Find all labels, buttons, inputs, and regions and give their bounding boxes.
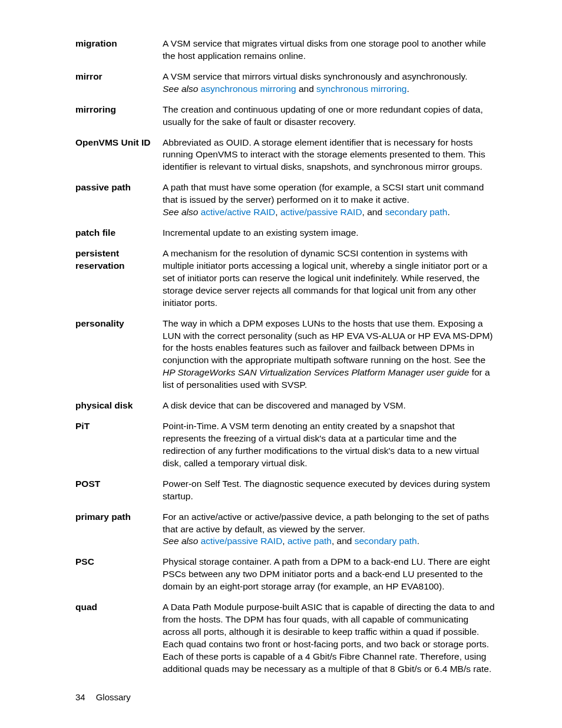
term-post: POST xyxy=(75,478,163,503)
entry-physical-disk: physical disk A disk device that can be … xyxy=(75,400,497,412)
glossary-page: migration A VSM service that migrates vi… xyxy=(0,0,562,728)
link-secondary-path[interactable]: secondary path xyxy=(355,536,417,546)
def-personality-pre: The way in which a DPM exposes LUNs to t… xyxy=(163,318,493,365)
term-physical-disk: physical disk xyxy=(75,400,163,412)
see-also-label: See also xyxy=(163,536,201,546)
def-patch-file: Incremental update to an existing system… xyxy=(163,227,497,239)
def-personality: The way in which a DPM exposes LUNs to t… xyxy=(163,318,497,392)
entry-primary-path: primary path For an active/active or act… xyxy=(75,511,497,548)
def-persistent-reservation: A mechanism for the resolution of dynami… xyxy=(163,248,497,309)
entry-personality: personality The way in which a DPM expos… xyxy=(75,318,497,392)
link-active-passive-raid[interactable]: active/passive RAID xyxy=(201,536,283,546)
entry-post: POST Power-on Self Test. The diagnostic … xyxy=(75,478,497,503)
term-mirroring: mirroring xyxy=(75,104,163,129)
see-mid2: , and xyxy=(362,207,385,217)
entry-psc: PSC Physical storage container. A path f… xyxy=(75,556,497,593)
def-quad: A Data Path Module purpose-built ASIC th… xyxy=(163,601,497,676)
page-number: 34 xyxy=(75,692,85,702)
see-also-label: See also xyxy=(163,84,201,94)
page-footer: 34Glossary xyxy=(75,691,131,703)
see-also-label: See also xyxy=(163,207,201,217)
def-primary-text: For an active/active or active/passive d… xyxy=(163,512,489,534)
link-secondary-path[interactable]: secondary path xyxy=(385,207,447,217)
def-post: Power-on Self Test. The diagnostic seque… xyxy=(163,478,497,503)
def-primary-path: For an active/active or active/passive d… xyxy=(163,511,497,548)
entry-pit: PiT Point-in-Time. A VSM term denoting a… xyxy=(75,420,497,470)
entry-quad: quad A Data Path Module purpose-built AS… xyxy=(75,601,497,676)
def-pit: Point-in-Time. A VSM term denoting an en… xyxy=(163,420,497,470)
see-end: . xyxy=(406,84,409,94)
term-pit: PiT xyxy=(75,420,163,470)
see-mid1: , xyxy=(275,207,280,217)
link-sync-mirroring[interactable]: synchronous mirroring xyxy=(316,84,406,94)
def-psc: Physical storage container. A path from … xyxy=(163,556,497,593)
def-personality-ital: HP StorageWorks SAN Virtualization Servi… xyxy=(163,367,469,377)
def-passive-path: A path that must have some operation (fo… xyxy=(163,182,497,219)
term-psc: PSC xyxy=(75,556,163,593)
entry-patch-file: patch file Incremental update to an exis… xyxy=(75,227,497,239)
link-active-passive-raid[interactable]: active/passive RAID xyxy=(280,207,362,217)
entry-migration: migration A VSM service that migrates vi… xyxy=(75,38,497,62)
entry-passive-path: passive path A path that must have some … xyxy=(75,182,497,219)
term-migration: migration xyxy=(75,38,163,62)
def-mirror: A VSM service that mirrors virtual disks… xyxy=(163,71,497,95)
see-end: . xyxy=(417,536,419,546)
def-mirroring: The creation and continuous updating of … xyxy=(163,104,497,129)
term-primary-path: primary path xyxy=(75,511,163,548)
term-quad: quad xyxy=(75,601,163,676)
see-mid1: , xyxy=(282,536,287,546)
term-persistent-reservation: persistent reservation xyxy=(75,248,163,309)
term-personality: personality xyxy=(75,318,163,392)
see-end: . xyxy=(447,207,449,217)
link-async-mirroring[interactable]: asynchronous mirroring xyxy=(201,84,296,94)
entry-mirroring: mirroring The creation and continuous up… xyxy=(75,104,497,129)
def-migration: A VSM service that migrates virtual disk… xyxy=(163,38,497,62)
def-physical-disk: A disk device that can be discovered and… xyxy=(163,400,497,412)
entry-persistent-reservation: persistent reservation A mechanism for t… xyxy=(75,248,497,309)
term-patch-file: patch file xyxy=(75,227,163,239)
term-openvms: OpenVMS Unit ID xyxy=(75,137,163,174)
entry-mirror: mirror A VSM service that mirrors virtua… xyxy=(75,71,497,95)
term-mirror: mirror xyxy=(75,71,163,95)
link-active-path[interactable]: active path xyxy=(287,536,332,546)
footer-section: Glossary xyxy=(96,692,131,702)
def-openvms: Abbreviated as OUID. A storage element i… xyxy=(163,137,497,174)
def-passive-text: A path that must have some operation (fo… xyxy=(163,182,484,205)
def-mirror-text: A VSM service that mirrors virtual disks… xyxy=(163,71,467,81)
entry-openvms: OpenVMS Unit ID Abbreviated as OUID. A s… xyxy=(75,137,497,174)
see-mid: and xyxy=(296,84,316,94)
see-mid2: , and xyxy=(332,536,355,546)
link-active-active-raid[interactable]: active/active RAID xyxy=(201,207,276,217)
term-passive-path: passive path xyxy=(75,182,163,219)
